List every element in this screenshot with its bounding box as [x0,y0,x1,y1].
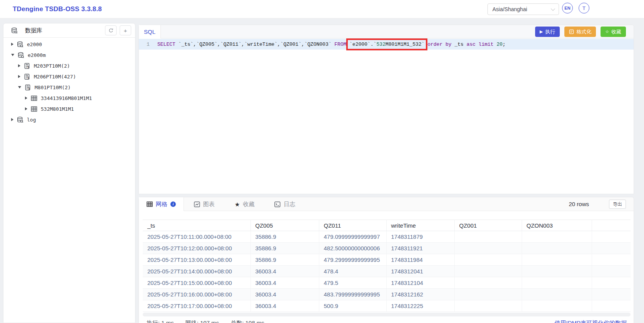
sql-query-text: SELECT `_ts`,`QZ005`,`QZ011`,`writeTime`… [157,42,506,47]
results-tab-图表[interactable]: 图表 [184,197,225,211]
svg-text:S: S [28,87,30,90]
timezone-select[interactable]: Asia/Shanghai [487,3,559,15]
table-cell: 36003.4 [250,266,319,277]
column-header-QZ011[interactable]: QZ011 [319,220,386,231]
sql-token: ; [502,42,506,47]
caret-right-icon[interactable] [18,64,20,67]
language-button[interactable]: EN [562,3,573,13]
sidebar-title: 数据库 [25,27,42,34]
chevron-down-icon [551,7,555,11]
export-button[interactable]: 导出 [609,200,626,209]
network-time: 网络: 107 ms [185,320,219,323]
table-cell: 35886.9 [250,231,319,243]
total-time: 总数: 108 ms [230,320,264,323]
table-cell: 482.50000000000006 [319,243,386,254]
sql-token [442,42,445,47]
tree-item-334413916M801M1M1[interactable]: 334413916M801M1M1 [3,93,135,103]
table-cell: 479.09999999999997 [319,231,386,243]
tree-item-M203PT10M(2)[interactable]: SM203PT10M(2) [3,60,135,71]
table-cell-filler [592,231,631,243]
caret-right-icon[interactable] [25,107,27,110]
caret-right-icon[interactable] [25,97,27,100]
caret-right-icon[interactable] [11,118,13,121]
tree-item-label: 532M801M1M1 [41,106,74,112]
table-cell: 35886.9 [250,254,319,266]
favorite-button[interactable]: ☆ 收藏 [601,27,626,37]
column-header-QZ001[interactable]: QZ001 [454,220,522,231]
timezone-value: Asia/Shanghai [492,6,527,12]
caret-right-icon[interactable] [18,75,20,78]
table-row[interactable]: 2025-05-27T10:13:00.000+08:0035886.9479.… [143,254,631,266]
results-tab-日志[interactable]: 日志 [264,197,305,211]
column-header-writeTime[interactable]: writeTime [386,220,454,231]
tab-label: 收藏 [243,201,254,208]
info-icon: i [170,201,176,207]
caret-down-icon[interactable] [18,86,21,88]
table-cell: 1748311984 [386,254,454,266]
table-cell [454,231,522,243]
results-tab-收藏[interactable]: ★收藏 [225,197,264,211]
horizontal-scrollbar[interactable] [143,313,631,316]
tab-sql[interactable]: SQL [139,25,161,38]
sidebar-header: 数据库 + [3,23,135,38]
table-cell [454,289,522,300]
log-icon [274,201,280,207]
app-root: TDengine TSDB-OSS 3.3.8.8 Asia/Shanghai … [0,0,644,323]
column-header-QZON003[interactable]: QZON003 [522,220,592,231]
table-row[interactable]: 2025-05-27T10:12:00.000+08:0035886.9482.… [143,243,631,254]
table-row[interactable]: 2025-05-27T10:17:00.000+08:0036003.4500.… [143,300,631,312]
table-row[interactable]: 2025-05-27T10:11:00.000+08:0035886.9479.… [143,231,631,243]
format-button[interactable]: 格式化 [564,27,596,37]
svg-text:S: S [27,66,29,68]
table-cell: 36003.4 [250,289,319,300]
run-button[interactable]: ▶ 执行 [535,27,560,37]
results-tabbar: 网格i图表★收藏日志 [139,197,634,211]
sql-token: by [445,42,452,47]
tree-item-label: e2000 [27,42,42,47]
sql-token [424,42,427,47]
app-title: TDengine TSDB-OSS 3.3.8.8 [13,0,102,18]
tree-item-log[interactable]: log [3,114,135,125]
table-cell [522,266,592,277]
caret-right-icon[interactable] [11,43,13,46]
sql-editor-panel: SQL ▶ 执行 格式化 ☆ 收藏 1 SELECT `_ts`,`QZ00 [138,25,634,194]
sql-token: M801M1M1_532` [385,42,424,47]
column-header-_ts[interactable]: _ts [143,220,250,231]
table-cell: 1748312041 [386,266,454,277]
table-row[interactable]: 2025-05-27T10:15:00.000+08:0036003.4479.… [143,277,631,289]
table-cell: 36003.4 [250,300,319,312]
table-cell: 2025-05-27T10:11:00.000+08:00 [143,231,250,243]
tree-item-M206PT10M(427)[interactable]: SM206PT10M(427) [3,71,135,82]
tree-item-e2000[interactable]: e2000 [3,39,135,50]
avatar[interactable]: T [579,3,589,13]
table-cell-filler [592,300,631,312]
table-cell [454,266,522,277]
stable-icon: S [24,63,30,69]
refresh-button[interactable] [105,25,117,35]
sidebar: 数据库 + e2000e2000mSM203PT10M(2)SM206PT10M… [3,23,135,323]
tree-item-532M801M1M1[interactable]: 532M801M1M1 [3,103,135,114]
database-icon [11,27,18,34]
star-icon: ★ [235,201,240,207]
table-cell: 1748311921 [386,243,454,254]
table-row[interactable]: 2025-05-27T10:16:00.000+08:0036003.4483.… [143,289,631,300]
column-header-QZ005[interactable]: QZ005 [250,220,319,231]
svg-text:S: S [27,77,29,79]
format-button-label: 格式化 [576,28,591,35]
stable-icon: S [24,73,30,80]
caret-down-icon[interactable] [11,54,14,56]
tree-item-label: log [27,117,36,123]
column-header-filler [592,220,631,231]
editor-tabbar: SQL ▶ 执行 格式化 ☆ 收藏 [139,25,634,38]
add-database-button[interactable]: + [120,25,131,35]
tree-item-M801PT10M(2)[interactable]: SM801PT10M(2) [3,82,135,93]
play-icon: ▶ [540,30,543,34]
code-editor[interactable]: 1 SELECT `_ts`,`QZ005`,`QZ011`,`writeTim… [139,38,634,176]
results-tab-网格[interactable]: 网格i [139,197,184,211]
result-grid: _tsQZ005QZ011writeTimeQZ001QZON0032025-0… [143,220,631,312]
idmp-link[interactable]: 使用IDMP来可视化你的数据 [555,320,627,323]
row-count-label: 20 rows [569,197,589,211]
tree-item-e2000m[interactable]: e2000m [3,50,135,60]
table-row[interactable]: 2025-05-27T10:14:00.000+08:0036003.4478.… [143,266,631,277]
line-number: 1 [139,42,157,47]
